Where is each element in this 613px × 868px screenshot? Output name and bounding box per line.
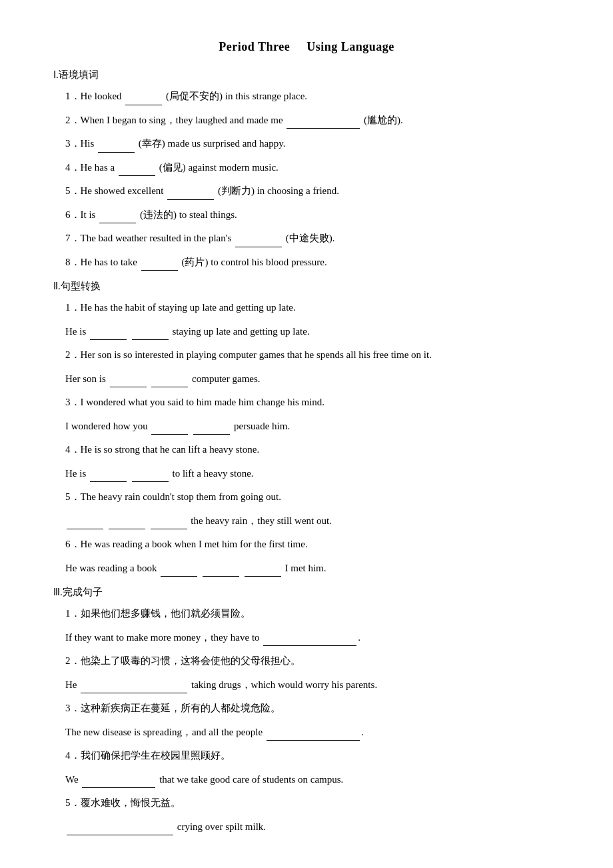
blank-2-2a[interactable] (110, 377, 147, 387)
item1-6: 6．It is (违法的) to steal things. (53, 207, 560, 224)
item2-6: 6．He was reading a book when I met him f… (53, 536, 560, 553)
blank-1-3[interactable] (98, 142, 135, 153)
item1-7: 7．The bad weather resulted in the plan's… (53, 230, 560, 247)
item1-2: 2．When I began to sing，they laughed and … (53, 112, 560, 129)
item3-1-sub: If they want to make more money，they hav… (53, 629, 560, 647)
item2-4: 4．He is so strong that he can lift a hea… (53, 441, 560, 459)
title-part2: Using Language (306, 40, 394, 53)
blank-3-1[interactable] (263, 635, 356, 646)
item3-4-sub: We that we take good care of students on… (53, 771, 560, 789)
blank-2-6c[interactable] (245, 566, 281, 577)
blank-2-4b[interactable] (132, 471, 169, 482)
item2-1-sub: He is staying up late and getting up lat… (53, 323, 560, 341)
blank-1-4[interactable] (119, 165, 155, 176)
section1-header: Ⅰ.语境填词 (53, 69, 560, 81)
title-part1: Period Three (219, 40, 290, 53)
blank-2-6a[interactable] (161, 566, 197, 577)
section3-header: Ⅲ.完成句子 (53, 586, 560, 599)
item2-2: 2．Her son is so interested in playing co… (53, 347, 560, 364)
blank-3-3[interactable] (267, 730, 360, 741)
blank-2-3a[interactable] (151, 424, 188, 435)
blank-2-4a[interactable] (90, 471, 127, 482)
item1-3: 3．His (幸存) made us surprised and happy. (53, 135, 560, 153)
blank-2-5a[interactable] (67, 519, 103, 529)
blank-3-2[interactable] (81, 683, 187, 693)
item2-5-sub: the heavy rain，they still went out. (53, 513, 560, 530)
item3-2: 2．他染上了吸毒的习惯，这将会使他的父母很担心。 (53, 653, 560, 670)
blank-2-1a[interactable] (90, 329, 127, 340)
item1-1: 1．He looked (局促不安的) in this strange plac… (53, 88, 560, 105)
item1-8: 8．He has to take (药片) to control his blo… (53, 254, 560, 271)
item3-2-sub: He taking drugs，which would worry his pa… (53, 677, 560, 694)
item1-4: 4．He has a (偏见) against modern music. (53, 159, 560, 177)
item3-5: 5．覆水难收，悔恨无益。 (53, 795, 560, 812)
item2-2-sub: Her son is computer games. (53, 371, 560, 388)
section1: Ⅰ.语境填词 1．He looked (局促不安的) in this stran… (53, 69, 560, 271)
blank-3-5[interactable] (67, 825, 173, 835)
item2-4-sub: He is to lift a heavy stone. (53, 465, 560, 483)
item2-3-sub: I wondered how you persuade him. (53, 418, 560, 435)
section2: Ⅱ.句型转换 1．He has the habit of staying up … (53, 280, 560, 577)
item3-1: 1．如果他们想多赚钱，他们就必须冒险。 (53, 605, 560, 623)
blank-2-1b[interactable] (132, 329, 169, 340)
item1-5: 5．He showed excellent (判断力) in choosing … (53, 183, 560, 200)
blank-1-5[interactable] (167, 189, 214, 200)
blank-1-7[interactable] (235, 237, 282, 247)
section2-header: Ⅱ.句型转换 (53, 280, 560, 293)
blank-2-2b[interactable] (151, 377, 188, 387)
item3-4: 4．我们确保把学生在校园里照顾好。 (53, 747, 560, 765)
blank-3-4[interactable] (82, 777, 155, 788)
item3-3: 3．这种新疾病正在蔓延，所有的人都处境危险。 (53, 700, 560, 717)
blank-1-1[interactable] (125, 95, 162, 105)
blank-2-3b[interactable] (193, 424, 230, 435)
item2-6-sub: He was reading a book I met him. (53, 560, 560, 577)
section3: Ⅲ.完成句子 1．如果他们想多赚钱，他们就必须冒险。 If they want … (53, 586, 560, 835)
item3-5-sub: crying over spilt milk. (53, 819, 560, 836)
blank-1-8[interactable] (141, 260, 178, 271)
item2-1: 1．He has the habit of staying up late an… (53, 299, 560, 317)
item2-3: 3．I wondered what you said to him made h… (53, 394, 560, 411)
blank-2-5c[interactable] (151, 519, 187, 529)
blank-2-5b[interactable] (109, 519, 145, 529)
item3-3-sub: The new disease is spreading，and all the… (53, 724, 560, 741)
blank-1-6[interactable] (99, 213, 136, 223)
item2-5: 5．The heavy rain couldn't stop them from… (53, 489, 560, 506)
page-title: Period Three Using Language (53, 40, 560, 54)
blank-1-2[interactable] (287, 118, 360, 129)
blank-2-6b[interactable] (203, 566, 239, 577)
